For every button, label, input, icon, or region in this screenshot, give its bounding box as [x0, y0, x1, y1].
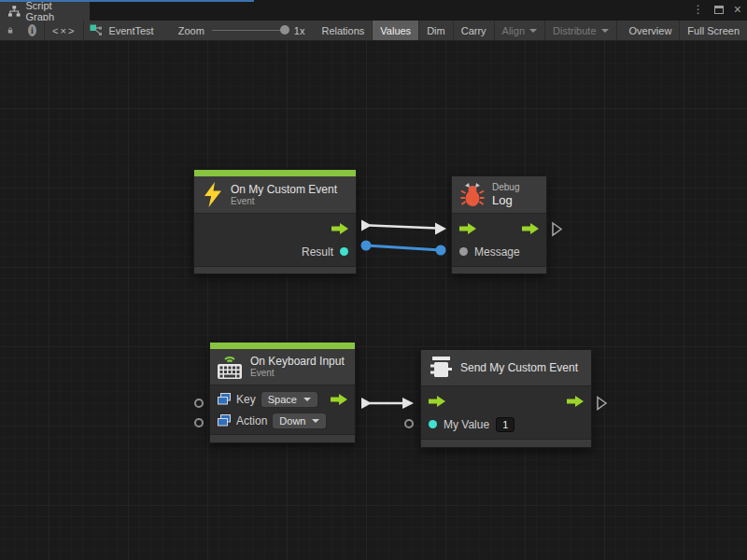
maximize-icon[interactable] [714, 6, 724, 14]
keyboard-icon [217, 354, 243, 380]
zoom-label: Zoom [178, 25, 204, 36]
dim-toggle[interactable]: Dim [419, 21, 454, 40]
action-input-row: Action Down [210, 410, 355, 431]
chevron-down-icon [601, 29, 609, 33]
node-header: Send My Custom Event [421, 350, 591, 385]
carry-toggle[interactable]: Carry [454, 21, 495, 40]
node-body: Message [452, 213, 546, 266]
node-title: On Keyboard Input [250, 355, 345, 368]
node-footer [421, 439, 591, 447]
carry-triangle-sendevent [598, 398, 606, 410]
node-body: My Value 1 [421, 385, 591, 439]
zoom-slider-handle[interactable] [280, 25, 289, 35]
flow-output-port[interactable] [522, 223, 539, 234]
graph-tree-icon [8, 6, 21, 17]
graph-reference-button[interactable]: EventTest [84, 21, 162, 40]
chevron-down-icon [303, 398, 311, 401]
event-accent-bar [194, 170, 356, 176]
lock-button[interactable] [0, 21, 21, 40]
fullscreen-button[interactable]: Full Screen [680, 21, 747, 40]
custom-event-icon [430, 356, 453, 380]
distribute-dropdown[interactable]: Distribute [545, 21, 616, 40]
result-port-label: Result [302, 245, 333, 259]
info-icon: i [28, 24, 36, 36]
close-icon[interactable]: × [734, 3, 741, 16]
flow-input-port[interactable] [459, 223, 476, 234]
node-category: Debug [492, 182, 519, 193]
bug-icon [460, 182, 485, 207]
node-subtitle: Event [250, 368, 345, 379]
flow-row [421, 389, 591, 413]
graph-name: EventTest [108, 25, 153, 36]
code-icon: <×> [52, 25, 76, 36]
key-input-row: Key Space [210, 388, 355, 410]
result-output-port[interactable] [340, 247, 348, 256]
message-input-port[interactable] [459, 247, 468, 256]
graph-edge-icon [90, 24, 103, 36]
action-value-dropdown[interactable]: Down [273, 413, 326, 428]
window-controls: ⋮ × [693, 3, 741, 16]
zoom-control: Zoom 1x [163, 21, 315, 40]
node-footer [210, 434, 355, 442]
event-accent-bar [210, 343, 355, 349]
node-send-my-custom-event[interactable]: Send My Custom Event My Value 1 [420, 349, 592, 448]
message-input-row: Message [452, 240, 546, 263]
node-title: On My Custom Event [231, 183, 337, 196]
node-header: On My Custom Event Event [194, 176, 356, 213]
overview-button[interactable]: Overview [622, 21, 681, 40]
carry-triangle-debuglog [553, 223, 561, 235]
chevron-down-icon [529, 29, 537, 33]
my-value-port-label: My Value [444, 418, 489, 431]
my-value-input-row: My Value 1 [421, 413, 591, 436]
node-footer [194, 266, 356, 273]
my-value-input-port[interactable] [429, 420, 437, 428]
flow-input-port[interactable] [429, 396, 445, 407]
zoom-value: 1x [294, 25, 305, 36]
key-port-label: Key [236, 393, 256, 406]
relations-toggle[interactable]: Relations [314, 21, 373, 40]
node-body: Key Space Action [210, 385, 355, 434]
zoom-slider[interactable] [212, 30, 287, 31]
node-footer [452, 266, 546, 273]
my-value-input-field[interactable]: 1 [496, 417, 514, 432]
action-port-label: Action [236, 414, 267, 427]
flow-output-port[interactable] [567, 396, 584, 407]
script-graph-window: Script Graph ⋮ × i <×> [0, 0, 747, 560]
kebab-menu-icon[interactable]: ⋮ [693, 3, 704, 16]
key-port-indicator [194, 399, 204, 408]
flow-output-row [194, 217, 356, 240]
toolbar-toggles: Relations Values Dim Carry Align Distrib… [314, 21, 747, 40]
wire-customevent-to-debuglog[interactable] [361, 220, 446, 235]
key-value-dropdown[interactable]: Space [261, 392, 317, 407]
flow-row [452, 217, 546, 240]
flow-output-port[interactable] [331, 394, 347, 405]
result-output-row: Result [194, 240, 356, 263]
node-title: Send My Custom Event [460, 361, 578, 374]
chevron-down-icon [312, 419, 319, 423]
graph-toolbar: i <×> EventTest Zoom 1x Relations Values… [0, 21, 747, 41]
node-debug-log[interactable]: Debug Log Message [451, 175, 547, 274]
node-subtitle: Event [231, 196, 337, 207]
wire-keyboard-to-sendevent[interactable] [361, 398, 414, 409]
message-port-label: Message [474, 245, 520, 259]
align-dropdown[interactable]: Align [495, 21, 545, 40]
tab-title: Script Graph [26, 0, 81, 22]
my-value-port-indicator [404, 419, 414, 428]
object-icon [218, 393, 231, 405]
object-icon [218, 414, 231, 427]
node-body: Result [194, 213, 356, 266]
node-on-keyboard-input[interactable]: On Keyboard Input Event Key Space [209, 342, 356, 443]
wire-result-to-message[interactable] [361, 241, 446, 256]
node-header: Debug Log [452, 176, 546, 213]
lock-icon [7, 24, 13, 36]
values-toggle[interactable]: Values [373, 21, 419, 40]
node-title: Log [492, 193, 519, 207]
lightning-bolt-icon [203, 182, 223, 207]
code-view-button[interactable]: <×> [45, 21, 84, 40]
graph-canvas[interactable]: On My Custom Event Event Result [0, 41, 747, 560]
node-on-my-custom-event[interactable]: On My Custom Event Event Result [193, 169, 357, 274]
tab-bar: Script Graph ⋮ × [0, 0, 747, 21]
info-button[interactable]: i [21, 21, 45, 40]
tab-script-graph[interactable]: Script Graph [0, 2, 90, 21]
flow-output-port[interactable] [331, 223, 348, 234]
